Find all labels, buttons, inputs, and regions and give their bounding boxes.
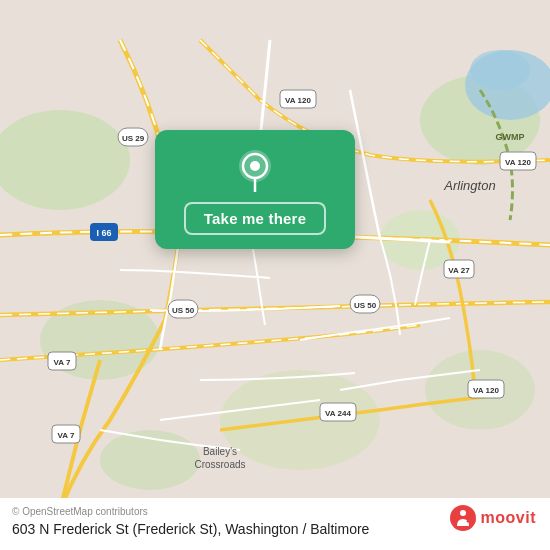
svg-point-10 [470,50,530,90]
svg-text:VA 120: VA 120 [505,158,531,167]
svg-text:VA 120: VA 120 [473,386,499,395]
svg-text:Arlington: Arlington [443,178,495,193]
svg-text:VA 27: VA 27 [448,266,470,275]
popup-card: Take me there [155,130,355,249]
svg-text:US 50: US 50 [172,306,195,315]
svg-text:I 66: I 66 [96,228,111,238]
svg-point-41 [460,510,466,516]
svg-text:Crossroads: Crossroads [194,459,245,470]
svg-text:VA 7: VA 7 [58,431,75,440]
svg-text:GWMP: GWMP [496,132,525,142]
moovit-logo: moovit [449,504,536,532]
location-pin-icon [235,148,275,192]
moovit-brand-text: moovit [481,509,536,527]
map-container: I 66 US 29 VA 120 VA 120 VA 7 VA 7 US 50… [0,0,550,550]
svg-point-39 [250,161,260,171]
svg-text:VA 120: VA 120 [285,96,311,105]
map-svg: I 66 US 29 VA 120 VA 120 VA 7 VA 7 US 50… [0,0,550,550]
svg-text:Bailey's: Bailey's [203,446,237,457]
moovit-icon [449,504,477,532]
svg-text:US 50: US 50 [354,301,377,310]
take-me-there-button[interactable]: Take me there [184,202,326,235]
svg-text:VA 244: VA 244 [325,409,351,418]
location-icon-wrap [233,148,277,192]
svg-text:US 29: US 29 [122,134,145,143]
svg-text:VA 7: VA 7 [54,358,71,367]
